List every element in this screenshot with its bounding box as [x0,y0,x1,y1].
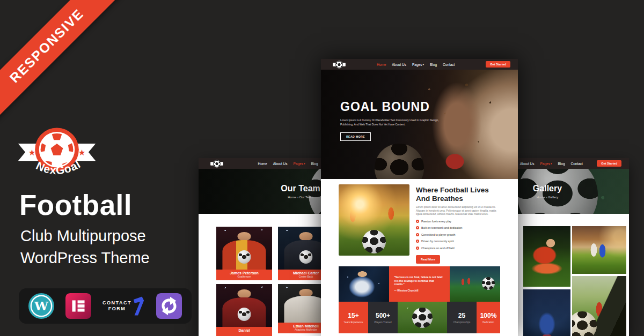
player-photo [216,227,272,270]
stat-value: 500+ [376,312,390,319]
elementor-icon [65,293,91,319]
gallery-image-night-player[interactable] [523,289,570,336]
soccer-ball-graphic [299,250,313,264]
bullet-icon [416,240,419,243]
theme-subtitle: Club Multipurpose WordPress Theme [20,225,150,269]
player-role [217,333,271,335]
gallery-breadcrumb[interactable]: Home › Gallery [537,196,558,199]
stat-label: Players Trained [375,321,392,324]
read-more-button[interactable]: Read More [416,255,440,264]
svg-text:★: ★ [78,148,86,157]
nav-item-blog[interactable]: Blog [558,162,565,166]
stats-image-grass-ball [398,302,447,333]
stat-label: Years Experience [344,321,363,324]
player-card[interactable]: James Peterson Goalkeeper [216,227,272,280]
home-nav-links: Home About Us Pages▾ Blog Contact [346,63,486,66]
quote-text: "Success is not final, failure is not fa… [394,276,444,286]
nav-item-blog[interactable]: Blog [311,162,318,166]
bullet-icon [416,226,419,229]
nav-item-pages[interactable]: Pages▾ [540,162,552,166]
sync-icon [156,293,182,319]
nav-item-pages[interactable]: Pages▾ [412,63,424,66]
nav-item-pages[interactable]: Pages▾ [294,162,305,166]
bullet-icon [416,233,419,236]
hero-title: GOAL BOUND [340,100,518,114]
about-heading: Where Football Lives And Breathes [416,186,502,203]
stat-value: 15+ [348,312,358,319]
bullet-item: Committed to player growth [416,233,502,236]
about-section: Where Football Lives And Breathes Lorem … [321,179,518,263]
player-photo [216,284,272,327]
gallery-image-match[interactable] [572,226,626,274]
nexgoal-mini-logo[interactable] [210,159,223,168]
theme-title: Football [19,189,132,221]
player-card[interactable]: Daniel [216,284,272,336]
quote-block: "Success is not final, failure is not fa… [389,266,449,302]
bullet-item: Driven by community spirit [416,240,502,243]
bullet-item: Champions on and off field [416,247,502,250]
ribbon-label: RESPONSIVE [6,6,86,86]
nav-item-contact[interactable]: Contact [443,63,455,66]
soccer-ball-graphic [375,144,424,179]
soccer-ball-graphic [238,308,251,321]
stat-label: Championships [453,321,471,324]
bullet-icon [416,247,419,250]
nav-item-contact[interactable]: Contact [571,162,583,166]
contact-form-7-icon: CONTACT FORM [103,296,145,316]
stats-section: "Success is not final, failure is not fa… [321,263,518,333]
stats-image-runner [339,266,389,302]
hero-description: Lorem Ipsum Is A Dummy Or Placeholder Te… [340,118,445,126]
nav-item-blog[interactable]: Blog [430,63,437,66]
svg-text:★: ★ [28,148,36,157]
about-bullet-list: Passion fuels every play Built on teamwo… [416,220,502,250]
stat-block: 15+ Years Experience [339,302,368,333]
nexgoal-mini-logo[interactable] [333,60,346,69]
gallery-image-goalkeeper[interactable] [523,226,570,287]
stat-block: 100% Dedication [477,302,500,333]
hero-section: GOAL BOUND Lorem Ipsum Is A Dummy Or Pla… [321,70,518,179]
gallery-page-title: Gallery [533,184,562,193]
soccer-ball-graphic [412,308,433,328]
soccer-ball-graphic [362,230,386,253]
about-feature-image [339,184,409,256]
soccer-ball-graphic [572,311,597,336]
stat-value: 100% [480,312,497,319]
stat-value: 25 [458,312,465,319]
nav-item-about[interactable]: About Us [392,63,406,66]
nav-item-about[interactable]: About Us [520,162,535,166]
player-name: Daniel [217,328,271,332]
bullet-item: Passion fuels every play [416,220,502,223]
get-started-button[interactable]: Get Started [486,61,510,68]
chevron-down-icon: ▾ [551,162,552,165]
stat-block: 500+ Players Trained [368,302,398,333]
wordpress-icon: W [28,293,54,319]
home-navbar: Home About Us Pages▾ Blog Contact Get St… [321,59,518,70]
theme-preview-canvas: RESPONSIVE ★ ★ NexGoal Football Club Mul… [0,0,644,336]
read-more-button[interactable]: READ MORE [340,132,371,141]
chevron-down-icon: ▾ [304,162,305,165]
nexgoal-logo: ★ ★ NexGoal [16,117,98,189]
get-started-button[interactable]: Get Started [597,160,621,167]
bullet-icon [416,220,419,223]
team-page-title: Our Team [281,184,320,193]
stat-block: 25 Championships [447,302,477,333]
nav-item-home[interactable]: Home [258,162,267,166]
stats-image-stadium [450,266,500,302]
about-paragraph: Lorem ipsum dolor sit amet consectetur a… [416,206,502,216]
soccer-ball-graphic [482,277,495,290]
bullet-item: Built on teamwork and dedication [416,226,502,229]
home-page-mockup: Home About Us Pages▾ Blog Contact Get St… [321,59,518,336]
player-name: James Peterson [217,271,271,275]
svg-text:W: W [34,298,49,313]
gallery-image-ball-closeup[interactable] [572,276,626,336]
responsive-ribbon: RESPONSIVE [0,0,121,120]
theme-subtitle-line1: Club Multipurpose [20,225,150,247]
team-breadcrumb[interactable]: Home › Our Team [288,196,313,199]
nav-item-home[interactable]: Home [377,63,386,66]
chevron-down-icon: ▾ [422,63,424,66]
quote-author: — Winston Churchill [394,289,444,292]
soccer-ball-graphic [238,250,251,264]
nav-item-about[interactable]: About Us [273,162,288,166]
theme-subtitle-line2: WordPress Theme [20,247,150,269]
player-role: Goalkeeper [217,275,271,278]
